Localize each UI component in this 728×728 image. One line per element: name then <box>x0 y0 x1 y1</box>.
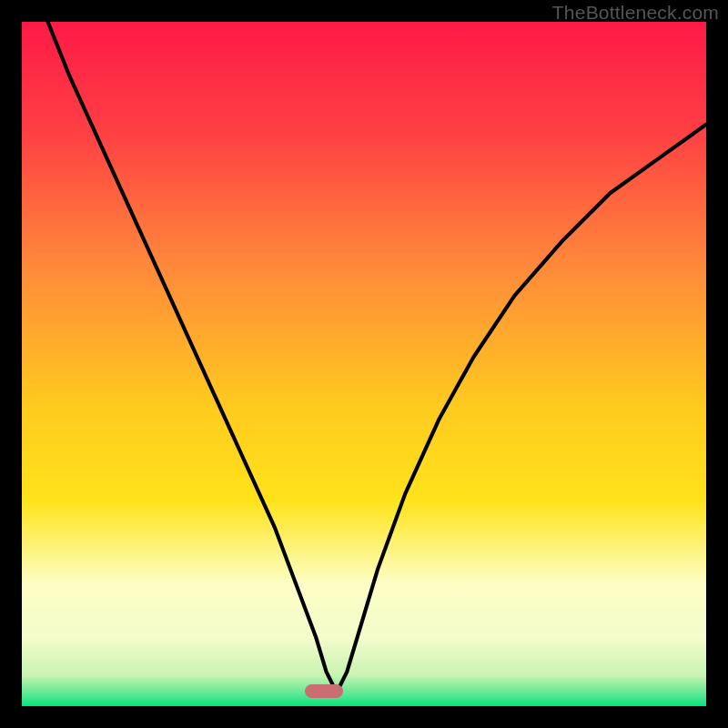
watermark-text: TheBottleneck.com <box>552 2 719 24</box>
chart-frame: TheBottleneck.com <box>0 0 728 728</box>
minimum-marker <box>305 684 343 698</box>
bottleneck-curve <box>22 22 706 706</box>
plot-area <box>22 22 706 706</box>
